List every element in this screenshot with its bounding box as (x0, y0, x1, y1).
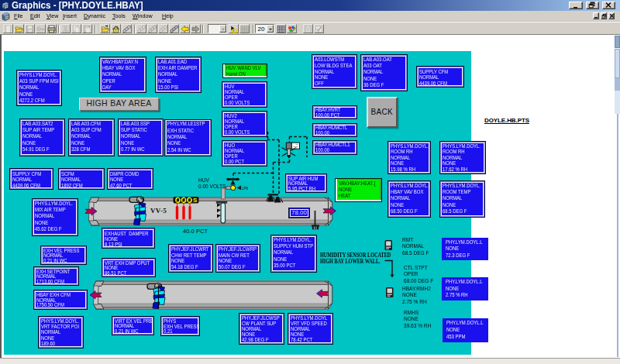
readout-value: 78.00 (290, 209, 308, 217)
point-line: 100.00 (315, 130, 356, 136)
scroll-track[interactable] (615, 91, 620, 114)
point-line: 100.00 (315, 147, 356, 153)
point-box-exh-vel-press[interactable]: EXH VEL PRESSNORMAL0.21 IN WC (40, 246, 87, 265)
point-box-jlcwrt[interactable]: PHY.JEF.JLCWRTCHW RET TEMPNONE54.18 DEG … (168, 244, 213, 273)
temp-readout[interactable]: 78.00 (288, 208, 310, 218)
annotation-line: 2.75 % RH (402, 299, 431, 305)
point-line: 78.42 PCT (291, 337, 332, 342)
point-box-room-rh-1[interactable]: PHYS.LYM.DOYL.ROOM RHNORMALNONE15.98 % R… (388, 141, 431, 174)
point-line: 189.60 (41, 341, 83, 346)
point-line: 17.62 % RH (443, 167, 485, 172)
wall-sensor-icon (386, 287, 394, 297)
point-line: 86.51 PCT (105, 271, 155, 276)
duct (95, 281, 329, 310)
point-line: 4272.2 CFM (19, 98, 61, 104)
annotation-ctl-stpt: CTL STPTOPER68.00 DEG F (404, 265, 433, 284)
vertical-scrollbar[interactable] (615, 35, 620, 358)
point-box-phys-exh-vel[interactable]: PHYSEXH VEL PRESS0.21 (160, 316, 200, 336)
point-box-jlcwrp[interactable]: PHY.JEF.JLCWRPMAIN CW RETNONE50.07 DEG F (215, 244, 260, 273)
fan-motor (129, 197, 144, 203)
point-box-huv2[interactable]: HUV2NORMALOPER0.00 VOLTS (222, 111, 267, 137)
point-box-exh-setpoint[interactable]: EXH SETPOINTNORMAL1713.60 CFM (33, 266, 79, 286)
scroll-up-button[interactable] (615, 36, 620, 48)
point-line: 4439.06 CFM (12, 183, 53, 188)
point-line: 50.07 DEG F (219, 264, 260, 270)
point-box-room-temp[interactable]: PHYS.LYM.DOYL.ROOM TEMPNORMALNONE68.5 DE… (439, 180, 485, 218)
annotation-line: 68.5 DEG F (402, 250, 429, 256)
point-box-hbay-humctl1[interactable]: HBAY.HUMCTL1100.00 (312, 140, 357, 155)
point-box-hbay-vav-box[interactable]: PHYS.LYM.DOYL.HBAY VAV BOXNORMALNONE68.5… (388, 180, 431, 218)
point-box-huv[interactable]: HUVNORMALOPER0.00 VOLTS (222, 81, 267, 108)
point-box-lab-a03-oat[interactable]: LAB.A03.OATA03 OATNORMALNONE36 DEG F (360, 54, 408, 91)
fan-label: VV-5 (150, 207, 167, 215)
point-line: 42.98 DEG F (242, 337, 284, 342)
back-button[interactable]: BACK (367, 97, 398, 128)
annotation-line: 39.63 % RH (404, 323, 431, 329)
point-box-scfm[interactable]: SCFMNORMAL1892 CFM (58, 168, 105, 190)
point-line: 54.18 DEG F (171, 264, 212, 270)
point-box-supply-cfm-2[interactable]: SUPPLY CFMNORMAL4439.06 CFM (9, 168, 53, 190)
annotation-hbay-rmh2: HBAY.RMH2NONE2.75 % RH (402, 286, 431, 305)
point-box-supply-cfm-1[interactable]: SUPPLY CFMNORMAL4439.06 CFM (416, 66, 464, 88)
point-line: Hand ON (226, 71, 265, 77)
point-box-lab-a03-sat2[interactable]: LAB.A03.SAT2SUP AIR TEMPNORMALNONE54.91 … (19, 118, 65, 156)
point-line: 1713.60 CFM (36, 280, 78, 285)
point-box-room-rh-2[interactable]: PHYS.LYM.DOYL.ROOM RHNORMALNONE17.62 % R… (439, 141, 486, 174)
point-box-vav-hbay-day[interactable]: VAV.HBAY:DAY.NHBAY VAV BOXNORMALOPERDAY (99, 57, 146, 93)
humidity-note: HUMIDITY SENSOR LOCATEDHIGH BAY LOWER WA… (320, 252, 391, 266)
point-box-doyl-l-rh[interactable]: PHY.LYM.DOYL.LNONE2.75 % RH (442, 277, 488, 300)
scroll-track[interactable] (615, 78, 620, 91)
huv-valve (226, 178, 241, 191)
point-box-lab-a03-ssp[interactable]: LAB.A03.SSPSUP STATICNORMALNONE0.77 IN W… (118, 118, 164, 156)
point-box-jlcwsp[interactable]: PHY.JEF.JLCWSPCW PLANT SUPNORMALNONE42.9… (239, 313, 284, 345)
point-box-vrt-factor[interactable]: PHYS.LYM.DOYL.VRT FACTOR POINORMALNONE18… (38, 316, 84, 349)
point-line: 4439.06 CFM (419, 81, 463, 86)
status-box-vav-hbay-heat[interactable]: VAV.HBAY:HEAT.(NONEHEAT (335, 178, 382, 202)
point-line: 2.54 IN WC (167, 147, 211, 153)
point-box-sup-air-hum[interactable]: SUP AIR HUMNORMAL5.95 PCT RH (285, 173, 327, 193)
point-line: 5.95 PCT RH (288, 187, 326, 192)
point-box-a03-lowstm[interactable]: A03.LOWSTMLOW BLDG STEANORMALNONEOFF (312, 54, 357, 89)
point-line: 0.21 IN WC (115, 329, 153, 335)
point-box-hbay-hvrt[interactable]: HBAY.HVRT100.00 PCT (312, 105, 357, 119)
annotation-rmhs: RMHSNONE39.63 % RH (404, 310, 431, 329)
point-box-supply-hum-stp[interactable]: PHYS.LYM.DOYL.SUPPLY HUM STPNORMALNONE35… (270, 235, 317, 273)
point-line: 15.00 PSI (158, 84, 201, 91)
page-link[interactable]: DOYLE.HB.PTS (484, 117, 529, 124)
point-line: 68.5 DEG F (443, 208, 484, 215)
point-box-hbay-exh-cfm[interactable]: HBAY EXH CFMNORMAL1750.50 CFM (33, 290, 88, 310)
point-line: 68.50 DEG F (391, 208, 430, 215)
point-box-lab-a03-cfm[interactable]: LAB.A03.CFMA03 SUP CFMNORMALNONE328 CFM (68, 118, 115, 156)
point-box-dmpr-comd[interactable]: DMPR COMDNONE47.60 PCT (107, 168, 153, 190)
point-line: 100.00 PCT (315, 112, 356, 118)
point-box-exhaust-damper[interactable]: EXHAUST DAMPERNONE8.13 PSI (102, 228, 155, 249)
point-box-huo[interactable]: HUONORMALOPER0.00 PCT (222, 140, 267, 167)
point-box-mix-air-temp[interactable]: PHYS.LYM.DOYL.MIX AIR TEMPNORMALNONE45.6… (32, 198, 78, 236)
point-line: 1750.50 CFM (36, 303, 87, 308)
status-box-huv-wand-vlv[interactable]: HUV WAND VLVHand ON (222, 64, 267, 78)
annotation-line: 68.00 DEG F (404, 278, 433, 284)
window-frame-left (0, 35, 2, 358)
point-box-virt-ex-vel[interactable]: VIRT EX VEL PRENORMAL0.21 IN WC (112, 316, 154, 335)
wall-sensor-icon (385, 240, 393, 250)
point-box-vrt-exh-dmp[interactable]: VRT EXH DMP OPUTNONE86.51 PCT (102, 258, 156, 277)
point-line: DAY (102, 84, 146, 91)
scroll-thumb[interactable] (615, 49, 620, 78)
window-frame-bottom (0, 358, 620, 364)
scroll-track (617, 114, 618, 357)
point-box-doyl-l-temp[interactable]: PHY.LYM.DOYL.LNONE72.3 DEG F (442, 238, 488, 260)
point-box-phy-lym-le1stp[interactable]: PHY.LYM.LE1STPEXH STATICNORMALNONE2.54 I… (164, 119, 212, 157)
annotation-huv-volts: HUV0.00 VOLTS (198, 177, 226, 191)
point-line: OFF (315, 81, 356, 87)
point-line: 0.00 PCT (225, 159, 267, 164)
point-line: HEAT (339, 193, 380, 199)
point-box-vrt-vfd-speed[interactable]: PHYS.LYM.DOYLVRT VFD SPEEDNORMALNONE78.4… (288, 313, 333, 345)
valve-position-label: 40.0 PCT (183, 228, 208, 235)
point-box-doyl-l-ppm[interactable]: PHY.LYM.DOYL.LNONE453 PPM (443, 318, 488, 342)
point-line: 72.3 DEG F (446, 252, 487, 259)
point-box-a03-sup-fpm[interactable]: PHYS.LYM.DOYL.A03 SUP FPM MSINORMALNONE4… (16, 70, 62, 106)
point-line: 0.21 IN WC (43, 259, 86, 264)
point-line: 1892 CFM (61, 183, 104, 188)
point-box-lab-a01-ead[interactable]: LAB.A01.EADEXH AIR DAMPERNORMALNONE15.00… (155, 57, 202, 93)
point-box-hbay-humctl[interactable]: HBAY.HUMCTL100.00 (312, 123, 357, 137)
